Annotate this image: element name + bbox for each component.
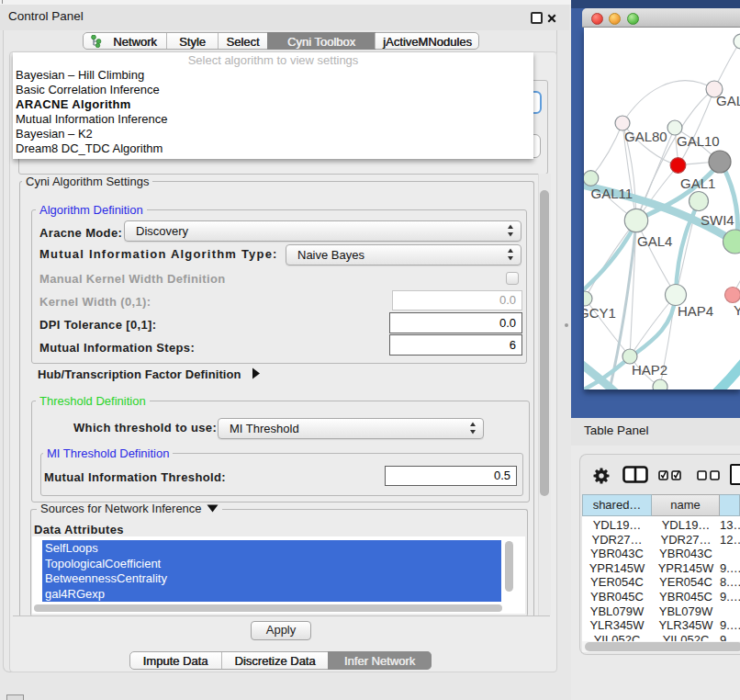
svg-text:HAP2: HAP2 (632, 362, 667, 378)
svg-text:GAL80: GAL80 (624, 129, 667, 144)
svg-text:GAL4: GAL4 (637, 233, 672, 249)
svg-text:GAL11: GAL11 (591, 186, 633, 201)
svg-text:HAP4: HAP4 (678, 303, 713, 319)
svg-text:GCY1: GCY1 (584, 305, 616, 321)
svg-text:GAL1: GAL1 (680, 175, 715, 191)
svg-text:SWI4: SWI4 (701, 212, 734, 228)
svg-text:GAL7: GAL7 (716, 93, 740, 108)
svg-text:Y: Y (734, 302, 740, 318)
svg-text:GAL10: GAL10 (677, 133, 720, 149)
